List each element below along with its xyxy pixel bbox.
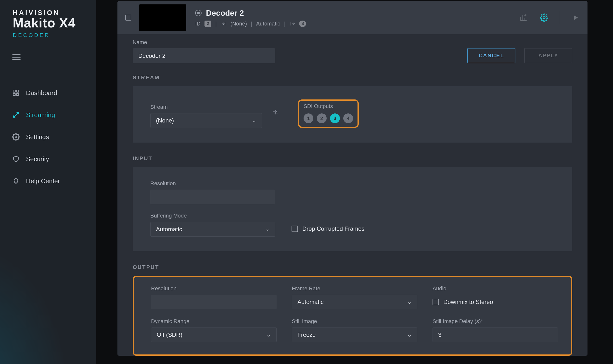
out-count-chip: 3 xyxy=(299,21,306,27)
main-nav: Dashboard Streaming Settings Security xyxy=(0,82,96,192)
name-label: Name xyxy=(133,39,275,46)
stream-select[interactable]: (None) xyxy=(150,113,262,128)
chevron-down-icon xyxy=(252,118,257,123)
brand-line1: HAIVISION xyxy=(13,9,76,16)
nav-security[interactable]: Security xyxy=(0,148,96,170)
stream-link-icon[interactable] xyxy=(272,108,279,116)
brand-line2: Makito X4 xyxy=(13,16,76,30)
still-delay-label: Still Image Delay (s)* xyxy=(433,318,558,325)
nav-streaming-label: Streaming xyxy=(26,111,55,119)
svg-rect-1 xyxy=(17,90,19,92)
checkbox-icon xyxy=(292,226,298,232)
sdi-output-3[interactable]: 3 xyxy=(330,113,340,123)
checkbox-icon xyxy=(433,299,439,305)
stream-out-icon xyxy=(289,21,295,27)
input-card: Resolution Buffering Mode Automatic xyxy=(133,167,572,251)
stopped-status-icon xyxy=(195,10,202,16)
help-icon xyxy=(12,177,20,185)
gear-icon xyxy=(12,133,20,141)
row-select-checkbox[interactable] xyxy=(125,15,131,21)
stream-card: Stream (None) SDI Outputs xyxy=(133,86,572,143)
name-input[interactable]: Decoder 2 xyxy=(133,49,275,63)
dynamic-range-select[interactable]: Off (SDR) xyxy=(151,327,277,342)
chevron-down-icon xyxy=(267,333,271,337)
output-card: Resolution Frame Rate Automatic Audio xyxy=(133,276,572,356)
meta-stream-name: (None) xyxy=(231,21,247,27)
dynamic-range-label: Dynamic Range xyxy=(151,318,277,325)
dynamic-range-value: Off (SDR) xyxy=(157,331,182,338)
nav-dashboard-label: Dashboard xyxy=(26,89,57,97)
sdi-label: SDI Outputs xyxy=(304,103,353,109)
framerate-value: Automatic xyxy=(298,299,324,305)
chevron-down-icon xyxy=(265,227,270,232)
still-delay-input[interactable]: 3 xyxy=(433,327,558,342)
downmix-label: Downmix to Stereo xyxy=(443,299,493,305)
stream-section-title: STREAM xyxy=(133,75,572,81)
still-image-value: Freeze xyxy=(298,331,316,338)
input-resolution-field xyxy=(150,190,275,204)
play-button[interactable] xyxy=(571,13,581,23)
still-image-select[interactable]: Freeze xyxy=(292,327,417,342)
settings-button[interactable] xyxy=(539,13,549,23)
meta-mode: Automatic xyxy=(256,21,280,27)
divider xyxy=(560,11,560,24)
still-image-label: Still Image xyxy=(292,318,417,325)
sdi-outputs-group: SDI Outputs 1 2 3 4 xyxy=(298,99,359,128)
nav-help-label: Help Center xyxy=(26,177,60,185)
dashboard-icon xyxy=(12,89,20,96)
buffering-mode-label: Buffering Mode xyxy=(150,213,275,219)
drop-corrupted-label: Drop Corrupted Frames xyxy=(302,225,364,232)
buffering-mode-select[interactable]: Automatic xyxy=(150,222,275,237)
stream-in-icon xyxy=(221,21,227,27)
sidebar: HAIVISION Makito X4 DECODER Dashboard St… xyxy=(0,0,96,364)
stream-field-label: Stream xyxy=(150,104,262,110)
sdi-output-2[interactable]: 2 xyxy=(317,113,327,123)
video-thumbnail xyxy=(139,4,186,31)
input-section-title: INPUT xyxy=(133,155,572,162)
framerate-label: Frame Rate xyxy=(292,285,417,292)
output-section-title: OUTPUT xyxy=(133,264,572,271)
chevron-down-icon xyxy=(407,333,412,337)
panel-meta: ID 2 | (None) | Automatic | 3 xyxy=(195,21,518,27)
panel-title: Decoder 2 xyxy=(206,9,244,18)
apply-button[interactable]: APPLY xyxy=(524,48,572,63)
sdi-output-1[interactable]: 1 xyxy=(304,113,313,123)
cancel-button[interactable]: CANCEL xyxy=(467,48,515,63)
downmix-checkbox[interactable]: Downmix to Stereo xyxy=(433,295,558,309)
svg-rect-0 xyxy=(13,90,15,92)
drop-corrupted-checkbox[interactable]: Drop Corrupted Frames xyxy=(292,225,364,232)
nav-settings[interactable]: Settings xyxy=(0,126,96,148)
nav-security-label: Security xyxy=(26,155,49,163)
svg-rect-3 xyxy=(17,93,19,96)
decoder-panel: Decoder 2 ID 2 | (None) | Automatic | xyxy=(117,1,587,356)
main-area: Decoder 2 ID 2 | (None) | Automatic | xyxy=(96,0,613,364)
panel-header: Decoder 2 ID 2 | (None) | Automatic | xyxy=(117,1,587,34)
framerate-select[interactable]: Automatic xyxy=(292,295,417,309)
output-resolution-field xyxy=(151,295,277,309)
chevron-down-icon xyxy=(407,300,412,304)
brand-logo: HAIVISION Makito X4 DECODER xyxy=(13,9,76,38)
svg-point-5 xyxy=(543,17,545,19)
stats-button[interactable] xyxy=(518,13,528,23)
input-resolution-label: Resolution xyxy=(150,180,555,187)
shield-icon xyxy=(12,155,20,163)
id-chip: 2 xyxy=(204,21,211,27)
streaming-icon xyxy=(12,111,20,118)
nav-help[interactable]: Help Center xyxy=(0,170,96,192)
menu-toggle-button[interactable] xyxy=(12,54,21,61)
audio-label: Audio xyxy=(433,285,558,292)
brand-line3: DECODER xyxy=(13,32,76,38)
output-resolution-label: Resolution xyxy=(151,285,277,292)
nav-streaming[interactable]: Streaming xyxy=(0,104,96,126)
svg-point-4 xyxy=(15,136,17,138)
buffering-mode-value: Automatic xyxy=(156,226,182,233)
sdi-output-4[interactable]: 4 xyxy=(343,113,353,123)
svg-rect-2 xyxy=(13,93,15,96)
stream-select-value: (None) xyxy=(156,117,174,124)
id-label: ID xyxy=(195,21,201,27)
nav-dashboard[interactable]: Dashboard xyxy=(0,82,96,104)
nav-settings-label: Settings xyxy=(26,133,49,141)
